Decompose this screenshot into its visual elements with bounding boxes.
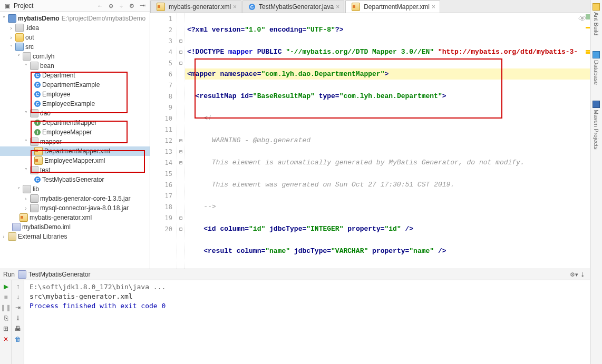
- code-content[interactable]: <?xml version="1.0" encoding="UTF-8"?> <…: [185, 13, 590, 269]
- collapse-icon[interactable]: ⭲: [138, 2, 147, 10]
- editor-tabs: mybatis-generator.xml× CTestMybatisGener…: [150, 0, 590, 13]
- code-editor[interactable]: 1234567891011121314151617181920 ⊟⊟⊟⊟⊟⊟⊟⊟…: [150, 13, 590, 269]
- database-tool[interactable]: Database: [593, 51, 600, 85]
- tree-lib[interactable]: ˅lib: [0, 184, 150, 194]
- up-icon[interactable]: ↑: [14, 282, 22, 291]
- project-tree[interactable]: ˅mybatisDemo E:\projectDemo\mybatisDemo …: [0, 12, 150, 269]
- run-config-icon: [18, 270, 26, 279]
- tree-bean[interactable]: ˅bean: [0, 61, 150, 71]
- scroll-icon[interactable]: ⤓: [14, 314, 22, 322]
- tab-label: mybatis-generator.xml: [169, 3, 231, 11]
- project-panel: ▣ Project ← ⊕ ÷ ⚙ ⭲ ˅mybatisDemo E:\proj…: [0, 0, 150, 269]
- maven-tool[interactable]: Maven Projects: [593, 101, 600, 150]
- console-output[interactable]: E:\soft\jdk1.8.0_172\bin\java ... src\my…: [24, 280, 590, 364]
- error-stripe[interactable]: [585, 13, 590, 269]
- run-config-name[interactable]: TestMybatisGenerator: [28, 271, 90, 278]
- run-toolbar: Run TestMybatisGenerator ⚙▾ ⭳: [0, 269, 590, 280]
- dump-button[interactable]: ⎘: [2, 314, 10, 322]
- tree-bean-item[interactable]: CEmployeeExample: [0, 99, 150, 109]
- tab-testmybatis[interactable]: CTestMybatisGenerator.java×: [242, 1, 344, 13]
- tree-dao-item[interactable]: IEmployeeMapper: [0, 127, 150, 137]
- tree-bean-item[interactable]: CDepartmentExample: [0, 80, 150, 90]
- close-icon[interactable]: ×: [432, 3, 435, 11]
- project-panel-header: ▣ Project ← ⊕ ÷ ⚙ ⭲: [0, 0, 150, 12]
- gear-icon[interactable]: ⚙▾: [570, 270, 578, 279]
- tree-mapper[interactable]: ˅mapper: [0, 137, 150, 146]
- tree-comlyh[interactable]: ˅com.lyh: [0, 52, 150, 61]
- run-label: Run: [3, 271, 15, 278]
- left-arrow-icon[interactable]: ←: [96, 2, 104, 10]
- fold-gutter[interactable]: ⊟⊟⊟⊟⊟⊟⊟⊟: [177, 13, 185, 269]
- run-button[interactable]: ▶: [2, 282, 10, 291]
- line-number-gutter: 1234567891011121314151617181920: [150, 13, 177, 269]
- tree-src[interactable]: ˅src: [0, 42, 150, 52]
- target-icon[interactable]: ⊕: [106, 2, 115, 10]
- console-line: Process finished with exit code 0: [30, 301, 585, 311]
- editor-area: mybatis-generator.xml× CTestMybatisGener…: [150, 0, 590, 269]
- database-icon: [593, 51, 600, 58]
- tree-bean-item[interactable]: CEmployee: [0, 90, 150, 99]
- layout-button[interactable]: ⊞: [2, 324, 10, 333]
- ant-icon: [593, 3, 600, 11]
- project-icon: ▣: [3, 2, 12, 10]
- tree-genxml[interactable]: mybatis-generator.xml: [0, 213, 150, 222]
- console-line: src\mybatis-generator.xml: [30, 292, 585, 301]
- project-panel-title: Project: [14, 2, 33, 9]
- tree-dao[interactable]: ˅dao: [0, 109, 150, 118]
- pause-button[interactable]: ❚❚: [2, 303, 10, 312]
- console-output-controls: ↑ ↓ ⇥ ⤓ 🖶 🗑: [12, 280, 24, 364]
- close-console-button[interactable]: ✕: [2, 335, 10, 343]
- wrap-icon[interactable]: ⇥: [14, 303, 22, 312]
- down-icon[interactable]: ↓: [14, 293, 22, 301]
- stop-button[interactable]: ■: [2, 293, 10, 301]
- print-icon[interactable]: 🖶: [14, 324, 22, 333]
- highlight-box-code: [195, 58, 502, 119]
- console-panel: ▶ ■ ❚❚ ⎘ ⊞ ✕ ↑ ↓ ⇥ ⤓ 🖶 🗑 E:\soft\jdk1.8.…: [0, 280, 590, 364]
- console-line: E:\soft\jdk1.8.0_172\bin\java ...: [30, 282, 585, 292]
- tab-mybatis-generator[interactable]: mybatis-generator.xml×: [150, 1, 241, 13]
- console-run-controls: ▶ ■ ❚❚ ⎘ ⊞ ✕: [0, 280, 12, 364]
- maven-icon: [593, 101, 600, 108]
- trash-icon[interactable]: 🗑: [14, 335, 22, 343]
- tree-lib-item[interactable]: ›mysql-connector-java-8.0.18.jar: [0, 203, 150, 213]
- tree-external-libraries[interactable]: ›External Libraries: [0, 232, 150, 241]
- tree-mapper-item[interactable]: EmployeeMapper.xml: [0, 156, 150, 165]
- tree-mapper-item-selected[interactable]: DepartmentMapper.xml: [0, 146, 150, 156]
- tab-label: TestMybatisGenerator.java: [259, 3, 334, 11]
- right-tool-strip: Ant Build Database Maven Projects: [590, 0, 602, 364]
- tree-root[interactable]: ˅mybatisDemo E:\projectDemo\mybatisDemo: [0, 14, 150, 23]
- tab-label: DepartmentMapper.xml: [364, 3, 430, 11]
- close-icon[interactable]: ×: [336, 3, 339, 11]
- download-icon[interactable]: ⭳: [578, 270, 587, 279]
- close-icon[interactable]: ×: [233, 3, 237, 11]
- settings-icon[interactable]: ⚙: [128, 2, 136, 10]
- tree-test[interactable]: ˅test: [0, 165, 150, 175]
- tree-iml[interactable]: mybatisDemo.iml: [0, 222, 150, 232]
- tree-dao-item[interactable]: IDepartmentMapper: [0, 118, 150, 127]
- divide-icon[interactable]: ÷: [117, 2, 125, 10]
- ant-build-tool[interactable]: Ant Build: [593, 3, 600, 35]
- tree-bean-item[interactable]: CDepartment: [0, 71, 150, 80]
- tree-lib-item[interactable]: ›mybatis-generator-core-1.3.5.jar: [0, 194, 150, 203]
- tree-idea[interactable]: ›.idea: [0, 23, 150, 33]
- tree-test-item[interactable]: CTestMybatisGenerator: [0, 175, 150, 184]
- tab-departmentmapper[interactable]: DepartmentMapper.xml×: [345, 1, 440, 13]
- tree-out[interactable]: ›out: [0, 33, 150, 42]
